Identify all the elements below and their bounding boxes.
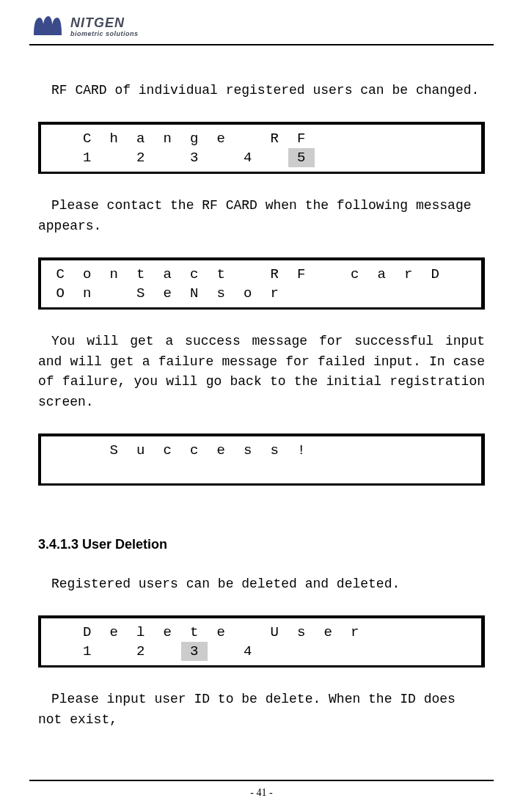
lcd-cell: r: [261, 284, 288, 303]
lcd-cell: 2: [128, 148, 155, 167]
lcd-cell: [368, 148, 395, 167]
lcd-cell: [395, 284, 423, 303]
lcd-cell: [100, 148, 128, 167]
lcd-cell: t: [128, 265, 155, 284]
lcd-cell: u: [128, 441, 155, 460]
lcd-cell: [208, 642, 235, 661]
lcd-cell: [422, 284, 449, 303]
lcd-cell: e: [154, 284, 181, 303]
lcd-cell: [100, 642, 128, 661]
lcd-cell: h: [100, 129, 128, 148]
lcd-cell: [235, 265, 262, 284]
lcd-cell: [47, 623, 74, 642]
lcd-cell: [154, 460, 181, 479]
lcd-delete-user: Delete User 1 2 3 4: [38, 615, 485, 667]
lcd-cell: r: [342, 623, 369, 642]
lcd-cell: R: [261, 265, 288, 284]
lcd-cell: [449, 460, 476, 479]
lcd-cell: [368, 623, 395, 642]
lcd-cell: O: [47, 284, 74, 303]
lcd-cell: [208, 460, 235, 479]
lcd-cell: [261, 460, 288, 479]
lcd-cell: o: [74, 265, 101, 284]
content: RF CARD of individual registered users c…: [29, 81, 494, 731]
lcd-success: Success!: [38, 434, 485, 486]
lcd-cell: 4: [235, 642, 262, 661]
lcd-cell: 1: [74, 148, 101, 167]
lcd-cell: e: [315, 623, 342, 642]
lcd-grid: Change RF 1 2 3 4 5: [47, 129, 475, 167]
lcd-cell: e: [208, 441, 235, 460]
lcd-cell: [368, 441, 395, 460]
header: NITGEN biometric solutions: [29, 13, 494, 40]
logo-text-block: NITGEN biometric solutions: [70, 16, 139, 37]
lcd-cell: 2: [128, 642, 155, 661]
lcd-cell: [422, 148, 449, 167]
lcd-cell: [74, 460, 101, 479]
lcd-cell: R: [261, 129, 288, 148]
lcd-cell: g: [181, 129, 208, 148]
lcd-cell: c: [181, 441, 208, 460]
lcd-cell: [368, 284, 395, 303]
lcd-cell: [395, 623, 423, 642]
nitgen-logo-icon: [29, 13, 65, 40]
lcd-cell: [47, 441, 74, 460]
lcd-cell: N: [181, 284, 208, 303]
lcd-cell: [315, 284, 342, 303]
paragraph-2: Please contact the RF CARD when the foll…: [38, 196, 485, 237]
lcd-cell: 3: [181, 148, 208, 167]
lcd-cell: c: [181, 265, 208, 284]
lcd-cell: [128, 460, 155, 479]
lcd-cell: [342, 148, 369, 167]
lcd-cell: D: [422, 265, 449, 284]
lcd-cell: [449, 148, 476, 167]
lcd-cell: [235, 129, 262, 148]
paragraph-1: RF CARD of individual registered users c…: [38, 81, 485, 101]
lcd-cell: n: [74, 284, 101, 303]
lcd-cell: 1: [74, 642, 101, 661]
lcd-cell: [368, 129, 395, 148]
lcd-cell: a: [368, 265, 395, 284]
lcd-cell: [395, 148, 423, 167]
lcd-cell: [395, 642, 423, 661]
lcd-cell: [395, 441, 423, 460]
lcd-cell: [288, 460, 315, 479]
lcd-cell: [315, 129, 342, 148]
lcd-cell: [395, 460, 423, 479]
lcd-cell: o: [235, 284, 262, 303]
footer-rule: [29, 780, 494, 781]
lcd-cell: [315, 265, 342, 284]
lcd-cell: [74, 441, 101, 460]
lcd-cell: t: [181, 623, 208, 642]
lcd-change-rf: Change RF 1 2 3 4 5: [38, 122, 485, 174]
lcd-cell: n: [154, 129, 181, 148]
lcd-cell: [47, 642, 74, 661]
lcd-cell: [449, 441, 476, 460]
section-heading: 3.4.1.3 User Deletion: [38, 537, 485, 552]
lcd-cell: [100, 284, 128, 303]
lcd-grid: Success!: [47, 441, 475, 479]
paragraph-3: You will get a success message for succe…: [38, 332, 485, 414]
lcd-grid: Delete User 1 2 3 4: [47, 623, 475, 661]
lcd-cell: 4: [235, 148, 262, 167]
lcd-cell: a: [154, 265, 181, 284]
lcd-cell: U: [261, 623, 288, 642]
lcd-cell: e: [154, 623, 181, 642]
lcd-cell: [261, 148, 288, 167]
lcd-cell: n: [100, 265, 128, 284]
lcd-cell: [288, 284, 315, 303]
lcd-cell: s: [235, 441, 262, 460]
lcd-cell: [422, 129, 449, 148]
lcd-cell: F: [288, 129, 315, 148]
lcd-cell: D: [74, 623, 101, 642]
lcd-cell: C: [74, 129, 101, 148]
lcd-cell: [342, 129, 369, 148]
lcd-cell: a: [128, 129, 155, 148]
lcd-contact-sensor: Contact RF carD On SeNsor: [38, 257, 485, 310]
lcd-cell: [315, 460, 342, 479]
lcd-cell: s: [208, 284, 235, 303]
lcd-cell: [422, 460, 449, 479]
lcd-cell: l: [128, 623, 155, 642]
logo-subtitle: biometric solutions: [70, 31, 139, 37]
lcd-cell: e: [208, 129, 235, 148]
